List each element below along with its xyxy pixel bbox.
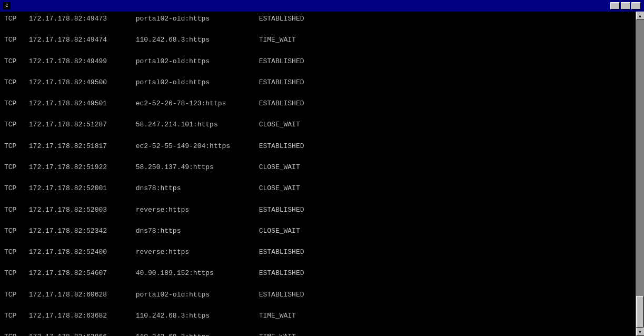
- table-row: TCP 172.17.178.82:51922 58.250.137.49:ht…: [4, 162, 640, 173]
- state-cell: CLOSE_WAIT: [259, 184, 300, 192]
- local-cell: 172.17.178.82:54607: [29, 269, 136, 277]
- local-cell: 172.17.178.82:49501: [29, 100, 136, 107]
- table-row: TCP 172.17.178.82:49473 portal02-old:htt…: [4, 14, 640, 24]
- state-cell: ESTABLISHED: [259, 291, 304, 299]
- foreign-cell: 58.247.214.101:https: [136, 121, 259, 129]
- table-row: TCP 172.17.178.82:49474 110.242.68.3:htt…: [4, 35, 640, 45]
- table-row: TCP 172.17.178.82:51287 58.247.214.101:h…: [4, 120, 640, 130]
- foreign-cell: 40.90.189.152:https: [136, 269, 259, 277]
- table-row: TCP 172.17.178.82:49500 portal02-old:htt…: [4, 77, 640, 88]
- local-cell: 172.17.178.82:52342: [29, 227, 136, 235]
- table-row: TCP 172.17.178.82:63866 110.242.68.3:htt…: [4, 332, 640, 336]
- local-cell: 172.17.178.82:49499: [29, 57, 136, 65]
- state-cell: CLOSE_WAIT: [259, 227, 300, 235]
- scroll-down-arrow[interactable]: ▼: [636, 328, 645, 336]
- foreign-cell: reverse:https: [136, 206, 259, 214]
- foreign-cell: dns78:https: [136, 227, 259, 235]
- scroll-thumb[interactable]: [636, 296, 643, 328]
- state-cell: TIME_WAIT: [259, 36, 296, 44]
- proto-cell: TCP: [4, 57, 29, 65]
- local-cell: 172.17.178.82:63682: [29, 312, 136, 320]
- window: C TCP 172.17.178.82:49473 portal02-old:h…: [0, 0, 644, 336]
- foreign-cell: 110.242.68.3:https: [136, 36, 259, 44]
- close-button[interactable]: [631, 2, 641, 9]
- scroll-up-arrow[interactable]: ▲: [636, 12, 645, 20]
- local-cell: 172.17.178.82:63866: [29, 333, 136, 336]
- table-row: TCP 172.17.178.82:60628 portal02-old:htt…: [4, 290, 640, 300]
- state-cell: ESTABLISHED: [259, 142, 304, 150]
- foreign-cell: portal02-old:https: [136, 57, 259, 65]
- state-cell: TIME_WAIT: [259, 312, 296, 320]
- local-cell: 172.17.178.82:52003: [29, 206, 136, 214]
- proto-cell: TCP: [4, 184, 29, 192]
- state-cell: ESTABLISHED: [259, 78, 304, 86]
- title-bar-left: C: [3, 2, 14, 9]
- foreign-cell: 110.242.68.3:https: [136, 312, 259, 320]
- table-row: TCP 172.17.178.82:49499 portal02-old:htt…: [4, 56, 640, 67]
- foreign-cell: 110.242.68.3:https: [136, 333, 259, 336]
- proto-cell: TCP: [4, 78, 29, 86]
- state-cell: ESTABLISHED: [259, 15, 304, 23]
- proto-cell: TCP: [4, 333, 29, 336]
- state-cell: ESTABLISHED: [259, 206, 304, 214]
- local-cell: 172.17.178.82:60628: [29, 291, 136, 299]
- window-icon: C: [3, 2, 11, 9]
- state-cell: TIME_WAIT: [259, 333, 296, 336]
- proto-cell: TCP: [4, 100, 29, 107]
- foreign-cell: ec2-52-26-78-123:https: [136, 100, 259, 107]
- minimize-button[interactable]: [610, 2, 620, 9]
- foreign-cell: portal02-old:https: [136, 78, 259, 86]
- proto-cell: TCP: [4, 227, 29, 235]
- title-bar: C: [0, 0, 644, 12]
- proto-cell: TCP: [4, 269, 29, 277]
- terminal-body: TCP 172.17.178.82:49473 portal02-old:htt…: [0, 12, 644, 336]
- proto-cell: TCP: [4, 36, 29, 44]
- state-cell: CLOSE_WAIT: [259, 121, 300, 129]
- state-cell: CLOSE_WAIT: [259, 163, 300, 171]
- state-cell: ESTABLISHED: [259, 57, 304, 65]
- table-row: TCP 172.17.178.82:51817 ec2-52-55-149-20…: [4, 141, 640, 152]
- scroll-track[interactable]: [636, 20, 645, 328]
- proto-cell: TCP: [4, 163, 29, 171]
- title-bar-buttons[interactable]: [610, 2, 641, 9]
- local-cell: 172.17.178.82:49474: [29, 36, 136, 44]
- foreign-cell: portal02-old:https: [136, 15, 259, 23]
- proto-cell: TCP: [4, 15, 29, 23]
- maximize-button[interactable]: [621, 2, 630, 9]
- table-row: TCP 172.17.178.82:49501 ec2-52-26-78-123…: [4, 98, 640, 109]
- proto-cell: TCP: [4, 291, 29, 299]
- state-cell: ESTABLISHED: [259, 248, 304, 256]
- local-cell: 172.17.178.82:52400: [29, 248, 136, 256]
- local-cell: 172.17.178.82:49500: [29, 78, 136, 86]
- foreign-cell: dns78:https: [136, 184, 259, 192]
- local-cell: 172.17.178.82:49473: [29, 15, 136, 23]
- foreign-cell: reverse:https: [136, 248, 259, 256]
- local-cell: 172.17.178.82:51922: [29, 163, 136, 171]
- local-cell: 172.17.178.82:51287: [29, 121, 136, 129]
- proto-cell: TCP: [4, 312, 29, 320]
- proto-cell: TCP: [4, 206, 29, 214]
- foreign-cell: 58.250.137.49:https: [136, 163, 259, 171]
- table-row: TCP 172.17.178.82:63682 110.242.68.3:htt…: [4, 311, 640, 321]
- table-row: TCP 172.17.178.82:52400 reverse:https ES…: [4, 247, 640, 258]
- table-row: TCP 172.17.178.82:54607 40.90.189.152:ht…: [4, 268, 640, 279]
- local-cell: 172.17.178.82:51817: [29, 142, 136, 150]
- state-cell: ESTABLISHED: [259, 100, 304, 107]
- proto-cell: TCP: [4, 142, 29, 150]
- state-cell: ESTABLISHED: [259, 269, 304, 277]
- foreign-cell: ec2-52-55-149-204:https: [136, 142, 259, 150]
- proto-cell: TCP: [4, 248, 29, 256]
- local-cell: 172.17.178.82:52001: [29, 184, 136, 192]
- table-row: TCP 172.17.178.82:52342 dns78:https CLOS…: [4, 226, 640, 236]
- scrollbar[interactable]: ▲ ▼: [636, 12, 644, 336]
- proto-cell: TCP: [4, 121, 29, 129]
- table-row: TCP 172.17.178.82:52001 dns78:https CLOS…: [4, 183, 640, 194]
- table-row: TCP 172.17.178.82:52003 reverse:https ES…: [4, 205, 640, 215]
- foreign-cell: portal02-old:https: [136, 291, 259, 299]
